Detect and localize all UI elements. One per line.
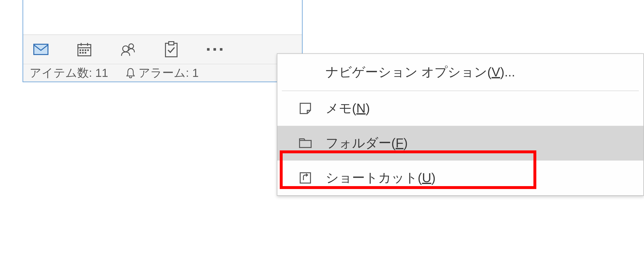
menu-item-nav-options[interactable]: ナビゲーション オプション(V)... [277, 54, 643, 91]
svg-rect-11 [85, 52, 86, 53]
menu-label: フォルダー(F) [326, 134, 408, 152]
nav-options-popup: ナビゲーション オプション(V)... メモ(N) フォルダー(F) [277, 53, 644, 196]
shortcut-icon [298, 171, 312, 185]
nav-options-prefix: ナビゲーション オプション( [326, 65, 492, 79]
navigation-panel: アイテム数: 11 アラーム: 1 [22, 0, 302, 82]
alarm-label: アラーム: [138, 65, 189, 81]
folder-icon [298, 136, 312, 150]
menu-item-notes[interactable]: メモ(N) [277, 91, 643, 126]
status-item-count: アイテム数: 11 [30, 65, 108, 81]
menu-label: メモ(N) [326, 100, 370, 117]
svg-rect-15 [169, 42, 174, 45]
people-icon[interactable] [120, 41, 136, 57]
svg-rect-9 [80, 52, 81, 53]
svg-rect-10 [82, 52, 84, 53]
menu-item-shortcuts[interactable]: ショートカット(U) [277, 161, 643, 195]
svg-point-12 [123, 46, 128, 52]
svg-rect-8 [87, 49, 89, 51]
svg-rect-0 [34, 44, 48, 54]
nav-options-key: V [492, 65, 500, 79]
svg-rect-5 [80, 49, 81, 51]
alarm-value: 1 [192, 66, 198, 79]
items-value: 11 [95, 66, 108, 79]
nav-icon-bar [23, 34, 302, 64]
svg-rect-16 [300, 173, 310, 183]
nav-options-suffix: )... [500, 65, 515, 79]
bell-icon [126, 68, 135, 78]
note-icon [298, 102, 312, 115]
status-bar: アイテム数: 11 アラーム: 1 [23, 64, 302, 82]
items-label: アイテム数: [30, 65, 92, 81]
more-icon[interactable] [207, 41, 223, 57]
tasks-icon[interactable] [163, 41, 179, 57]
svg-rect-6 [82, 49, 84, 51]
menu-item-folders[interactable]: フォルダー(F) [277, 126, 643, 161]
svg-rect-7 [85, 49, 86, 51]
svg-point-13 [129, 44, 134, 48]
menu-label: ショートカット(U) [326, 169, 436, 187]
calendar-icon[interactable] [76, 41, 92, 57]
mail-icon[interactable] [33, 41, 49, 57]
status-alarm: アラーム: 1 [126, 65, 198, 81]
